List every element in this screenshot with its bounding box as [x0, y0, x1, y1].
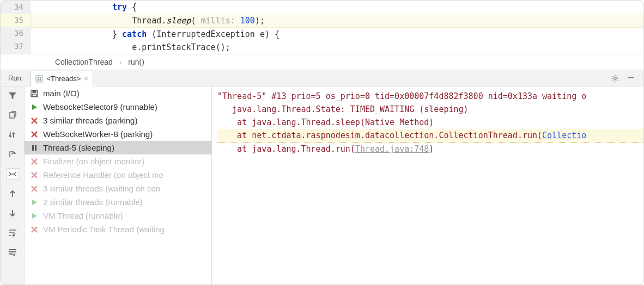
- thread-label: 3 similar threads (parking): [43, 116, 137, 125]
- thread-label: Thread-5 (sleeping): [43, 143, 114, 152]
- breadcrumb: CollectionThread › run(): [1, 54, 643, 70]
- hide-icon[interactable]: [627, 74, 635, 83]
- svg-rect-13: [32, 94, 37, 97]
- parking-icon: [30, 184, 39, 193]
- svg-rect-10: [9, 253, 13, 255]
- thread-item[interactable]: VM Thread (runnable): [25, 209, 211, 222]
- dump-line: java.lang.Thread.State: TIMED_WAITING (s…: [217, 104, 469, 114]
- pause-icon: [30, 144, 39, 152]
- thread-dump-console[interactable]: "Thread-5" #13 prio=5 os_prio=0 tid=0x00…: [212, 86, 643, 285]
- code-line: e.printStackTrace();: [112, 42, 230, 52]
- thread-dump-icon: [35, 75, 43, 83]
- run-label: Run:: [1, 74, 31, 82]
- source-link[interactable]: Collectio: [542, 131, 586, 140]
- parking-icon: [30, 130, 39, 139]
- disk-icon: [30, 89, 39, 98]
- svg-point-3: [38, 79, 39, 80]
- code-editor: 34 35 36 37 try { Thread.sleep( millis: …: [1, 1, 643, 54]
- breadcrumb-item[interactable]: CollectionThread: [55, 58, 113, 66]
- runnable-icon: [30, 212, 39, 220]
- thread-item[interactable]: Finalizer (on object monitor): [25, 154, 211, 168]
- breadcrumb-item[interactable]: run(): [128, 58, 144, 66]
- code-line: } catch (InterruptedException e) {: [112, 29, 280, 39]
- svg-rect-0: [36, 76, 42, 82]
- run-toolwindow-body: main (I/O) WebsocketSelector9 (runnable)…: [1, 86, 643, 285]
- svg-rect-9: [9, 251, 16, 252]
- svg-rect-15: [35, 145, 37, 151]
- dump-line: at java.lang.Thread.sleep(Native Method): [217, 117, 434, 127]
- thread-item[interactable]: 2 similar threads (runnable): [25, 195, 211, 209]
- svg-point-2: [40, 77, 41, 78]
- thread-label: WebsocketSelector9 (runnable): [43, 102, 157, 111]
- thread-label: 3 similar threads (waiting on con: [43, 184, 160, 193]
- vertical-toolbar: [1, 86, 25, 285]
- svg-rect-8: [9, 249, 16, 250]
- run-toolwindow-header: Run: <Threads> ×: [1, 70, 643, 86]
- line-number: 37: [1, 40, 23, 53]
- down-arrow-icon[interactable]: [6, 207, 19, 219]
- thread-item[interactable]: WebsocketSelector9 (runnable): [25, 100, 211, 114]
- sort-icon[interactable]: [6, 129, 19, 141]
- thread-label: main (I/O): [43, 89, 80, 98]
- svg-rect-12: [33, 90, 36, 92]
- stack-icon[interactable]: [6, 246, 19, 258]
- gear-icon[interactable]: [611, 74, 619, 83]
- thread-label: VM Periodic Task Thread (waiting: [43, 225, 165, 234]
- svg-rect-7: [10, 113, 14, 118]
- line-gutter: 34 35 36 37: [1, 1, 31, 54]
- svg-point-5: [614, 77, 616, 79]
- thread-label: WebSocketWorker-8 (parking): [43, 129, 153, 139]
- thread-item-selected[interactable]: Thread-5 (sleeping): [25, 141, 211, 154]
- line-number: 36: [1, 27, 23, 40]
- up-arrow-icon[interactable]: [6, 188, 19, 200]
- thread-label: VM Thread (runnable): [43, 211, 123, 220]
- tab-title: <Threads>: [46, 75, 81, 83]
- svg-point-1: [38, 77, 39, 78]
- export-icon[interactable]: [6, 148, 19, 160]
- copy-icon[interactable]: [6, 109, 19, 121]
- thread-item-main[interactable]: main (I/O): [25, 86, 211, 100]
- filter-icon[interactable]: [6, 90, 19, 102]
- source-link[interactable]: Thread.java:748: [355, 144, 429, 154]
- code-content[interactable]: try { Thread.sleep( millis: 100);} catch…: [31, 1, 643, 54]
- thread-label: 2 similar threads (runnable): [43, 197, 143, 207]
- runnable-icon: [30, 198, 39, 207]
- runnable-icon: [30, 103, 39, 111]
- thread-label: Reference Handler (on object mo: [43, 170, 163, 179]
- thread-label: Finalizer (on object monitor): [43, 157, 144, 166]
- code-line-highlighted: Thread.sleep( millis: 100);: [31, 14, 643, 28]
- svg-rect-14: [32, 145, 34, 151]
- line-number: 34: [1, 1, 23, 14]
- thread-item[interactable]: VM Periodic Task Thread (waiting: [25, 222, 211, 236]
- thread-item[interactable]: 3 similar threads (waiting on con: [25, 182, 211, 195]
- thread-item[interactable]: Reference Handler (on object mo: [25, 168, 211, 182]
- close-icon[interactable]: ×: [84, 75, 88, 83]
- dump-line-highlighted: at net.ctdata.raspnodesim.datacollection…: [217, 129, 643, 142]
- parking-icon: [30, 157, 39, 166]
- svg-rect-6: [628, 77, 634, 78]
- parking-icon: [30, 225, 39, 234]
- chevron-right-icon: ›: [119, 58, 122, 66]
- wrap-icon[interactable]: [6, 227, 19, 239]
- thread-list: main (I/O) WebsocketSelector9 (runnable)…: [25, 86, 212, 285]
- line-number: 35: [1, 14, 30, 27]
- svg-point-4: [40, 79, 41, 80]
- parking-icon: [30, 171, 39, 179]
- thread-item[interactable]: WebSocketWorker-8 (parking): [25, 127, 211, 141]
- dump-line: at java.lang.Thread.run(Thread.java:748): [217, 144, 434, 154]
- thread-item[interactable]: 3 similar threads (parking): [25, 114, 211, 127]
- parking-icon: [30, 116, 39, 125]
- dump-line: "Thread-5" #13 prio=5 os_prio=0 tid=0x00…: [217, 91, 586, 101]
- merge-icon[interactable]: [6, 168, 19, 180]
- tab-threads[interactable]: <Threads> ×: [31, 71, 93, 86]
- code-line: try {: [112, 2, 137, 12]
